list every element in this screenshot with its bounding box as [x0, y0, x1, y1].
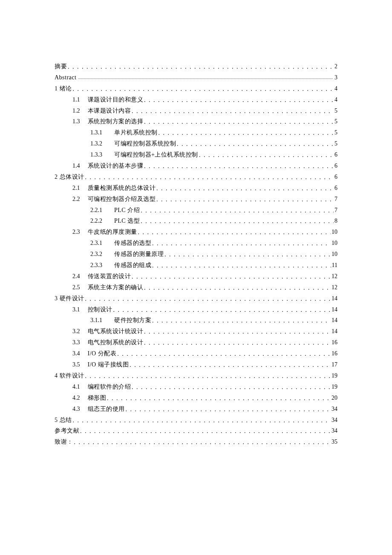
- toc-entry-page: 4: [334, 95, 337, 105]
- toc-leader-dots: . . . . . . . . . . . . . . . . . . . . …: [156, 195, 334, 204]
- toc-entry-number: 2.3.3: [90, 261, 102, 270]
- toc-entry-page: 7: [334, 206, 337, 215]
- toc-entry-page: 5: [334, 128, 337, 137]
- toc-entry: 4.2梯形图. . . . . . . . . . . . . . . . . …: [72, 393, 337, 403]
- toc-leader-dots: . . . . . . . . . . . . . . . . . . . . …: [74, 438, 331, 447]
- toc-entry-title: 传感器的组成: [114, 261, 151, 270]
- toc-entry: 2.2可编程控制器介绍及选型. . . . . . . . . . . . . …: [72, 195, 337, 204]
- toc-leader-dots: . . . . . . . . . . . . . . . . . . . . …: [144, 283, 331, 293]
- toc-leader-dots: . . . . . . . . . . . . . . . . . . . . …: [80, 427, 331, 436]
- toc-leader-dots: ........................................…: [78, 76, 333, 81]
- toc-entry-page: 12: [331, 283, 337, 292]
- toc-entry: 2.5系统主体方案的确认. . . . . . . . . . . . . . …: [72, 283, 337, 292]
- toc-entry-page: 4: [334, 84, 337, 93]
- toc-entry-page: 14: [331, 316, 337, 325]
- toc-leader-dots: . . . . . . . . . . . . . . . . . . . . …: [107, 394, 331, 403]
- toc-leader-dots: . . . . . . . . . . . . . . . . . . . . …: [152, 261, 331, 270]
- toc-entry-number: 1.3.1: [90, 128, 102, 137]
- toc-entry-number: 4.2: [72, 393, 80, 403]
- toc-entry-number: 2.4: [72, 272, 80, 281]
- toc-leader-dots: . . . . . . . . . . . . . . . . . . . . …: [73, 416, 331, 425]
- toc-entry-number: 3.2: [72, 327, 80, 336]
- toc-entry-number: 1.3: [72, 117, 80, 126]
- toc-entry-title: 摘要: [55, 62, 67, 71]
- toc-leader-dots: . . . . . . . . . . . . . . . . . . . . …: [141, 206, 334, 215]
- toc-leader-dots: . . . . . . . . . . . . . . . . . . . . …: [132, 272, 331, 282]
- toc-leader-dots: . . . . . . . . . . . . . . . . . . . . …: [141, 217, 334, 226]
- toc-entry: 1.3.1单片机系统控制. . . . . . . . . . . . . . …: [90, 128, 337, 137]
- toc-entry: 1.4系统设计的基本步骤. . . . . . . . . . . . . . …: [72, 161, 337, 171]
- toc-entry-title: 可编程控制器+上位机系统控制: [114, 150, 198, 160]
- toc-entry: 3.1控制设计. . . . . . . . . . . . . . . . .…: [72, 305, 337, 314]
- toc-entry-title: I/O 分配表: [88, 349, 117, 358]
- toc-entry-title: 梯形图: [88, 393, 107, 403]
- toc-leader-dots: . . . . . . . . . . . . . . . . . . . . …: [85, 173, 334, 182]
- toc-entry-title: 系统设计的基本步骤: [88, 161, 144, 171]
- toc-entry-page: 10: [331, 238, 337, 248]
- toc-leader-dots: . . . . . . . . . . . . . . . . . . . . …: [126, 405, 331, 414]
- toc-entry-number: 2.1: [72, 183, 80, 193]
- toc-leader-dots: . . . . . . . . . . . . . . . . . . . . …: [73, 84, 334, 94]
- toc-entry-number: 3.4: [72, 349, 80, 358]
- toc-entry: 5 总结. . . . . . . . . . . . . . . . . . …: [55, 416, 337, 425]
- toc-leader-dots: . . . . . . . . . . . . . . . . . . . . …: [85, 294, 331, 304]
- toc-entry-number: 3.1.1: [90, 316, 102, 325]
- toc-entry: 3.4I/O 分配表. . . . . . . . . . . . . . . …: [72, 349, 337, 358]
- toc-leader-dots: . . . . . . . . . . . . . . . . . . . . …: [132, 383, 331, 392]
- toc-entry-title: 2 总体设计: [55, 172, 84, 182]
- toc-entry-title: 硬件控制方案: [114, 316, 151, 325]
- toc-entry-title: 单片机系统控制: [114, 128, 158, 137]
- toc-entry-title: 1 绪论: [55, 84, 72, 93]
- toc-entry-page: 19: [331, 382, 337, 392]
- toc-entry: 2.1质量检测系统的总体设计. . . . . . . . . . . . . …: [72, 183, 337, 193]
- toc-entry-number: 2.2: [72, 195, 80, 204]
- toc-leader-dots: . . . . . . . . . . . . . . . . . . . . …: [113, 305, 331, 315]
- toc-entry-number: 1.4: [72, 161, 80, 171]
- toc-entry-page: 14: [331, 327, 337, 336]
- toc-entry: 2 总体设计. . . . . . . . . . . . . . . . . …: [55, 172, 337, 182]
- toc-leader-dots: . . . . . . . . . . . . . . . . . . . . …: [117, 349, 331, 359]
- toc-entry-page: 5: [334, 106, 337, 116]
- toc-entry-number: 1.2: [72, 106, 80, 116]
- toc-entry-title: PLC 介绍: [114, 206, 140, 215]
- toc-entry-page: 16: [331, 349, 337, 358]
- toc-entry-page: 2: [334, 62, 337, 71]
- toc-entry-title: 组态王的使用: [88, 404, 125, 414]
- toc-entry: 4.1编程软件的介绍. . . . . . . . . . . . . . . …: [72, 382, 337, 392]
- toc-leader-dots: . . . . . . . . . . . . . . . . . . . . …: [132, 107, 334, 116]
- toc-entry-page: 6: [334, 161, 337, 171]
- toc-entry-page: 6: [334, 172, 337, 182]
- toc-entry: 3.2电气系统设计统设计. . . . . . . . . . . . . . …: [72, 327, 337, 336]
- toc-entry: 2.4传送装置的设计. . . . . . . . . . . . . . . …: [72, 272, 337, 281]
- toc-leader-dots: . . . . . . . . . . . . . . . . . . . . …: [156, 184, 334, 193]
- toc-entry-number: 2.2.1: [90, 206, 102, 215]
- toc-leader-dots: . . . . . . . . . . . . . . . . . . . . …: [152, 239, 331, 248]
- toc-entry: 2.2.2PLC 选型. . . . . . . . . . . . . . .…: [90, 216, 337, 226]
- toc-entry-page: 3: [334, 73, 337, 82]
- toc-entry-page: 19: [331, 371, 337, 381]
- toc-entry-title: 质量检测系统的总体设计: [88, 183, 156, 193]
- toc-entry: 4 软件设计. . . . . . . . . . . . . . . . . …: [55, 371, 337, 381]
- toc-entry-page: 6: [334, 183, 337, 193]
- toc-entry-page: 6: [334, 150, 337, 160]
- toc-entry-page: 5: [334, 139, 337, 148]
- toc-entry-title: I/O 端子接线图: [88, 360, 129, 369]
- toc-entry-title: 可编程控制器系统控制: [114, 139, 176, 148]
- toc-leader-dots: . . . . . . . . . . . . . . . . . . . . …: [152, 316, 331, 325]
- toc-entry: 1.2本课题设计内容. . . . . . . . . . . . . . . …: [72, 106, 337, 116]
- toc-entry-page: 10: [331, 250, 337, 259]
- toc-leader-dots: . . . . . . . . . . . . . . . . . . . . …: [199, 151, 334, 160]
- toc-entry-title: Abstract: [55, 73, 76, 82]
- toc-entry-page: 34: [331, 426, 337, 436]
- toc-entry-number: 2.2.2: [90, 216, 102, 226]
- toc-entry-title: 系统主体方案的确认: [88, 283, 144, 292]
- toc-entry-number: 3.3: [72, 338, 80, 347]
- toc-entry-page: 12: [331, 272, 337, 281]
- toc-entry: Abstract................................…: [55, 73, 337, 82]
- toc-entry: 1.3.3可编程控制器+上位机系统控制. . . . . . . . . . .…: [90, 150, 337, 160]
- toc-entry: 参考文献. . . . . . . . . . . . . . . . . . …: [55, 426, 337, 436]
- toc-entry-number: 2.5: [72, 283, 80, 292]
- toc-entry-title: 控制设计: [88, 305, 112, 314]
- toc-leader-dots: . . . . . . . . . . . . . . . . . . . . …: [68, 62, 334, 72]
- toc-entry-number: 3.5: [72, 360, 80, 369]
